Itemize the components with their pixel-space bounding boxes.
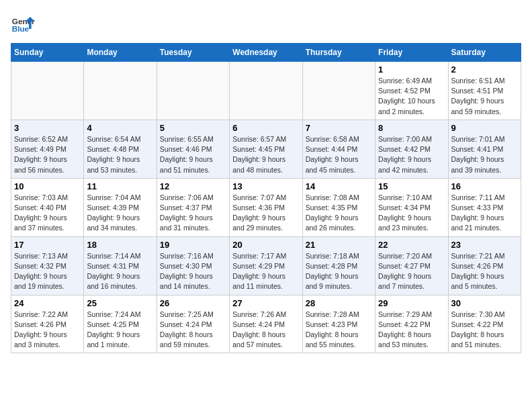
calendar-day-cell: 28Sunrise: 7:28 AMSunset: 4:23 PMDayligh… <box>302 295 375 353</box>
day-number: 24 <box>14 298 81 308</box>
calendar-day-cell: 3Sunrise: 6:52 AMSunset: 4:49 PMDaylight… <box>11 120 84 178</box>
day-info: Sunrise: 6:58 AMSunset: 4:44 PMDaylight:… <box>306 134 372 175</box>
day-info: Sunrise: 7:08 AMSunset: 4:35 PMDaylight:… <box>306 193 372 234</box>
day-number: 25 <box>87 298 153 308</box>
calendar-day-cell: 21Sunrise: 7:18 AMSunset: 4:28 PMDayligh… <box>302 236 375 295</box>
day-number: 4 <box>87 123 153 133</box>
calendar-day-header: Wednesday <box>230 44 302 62</box>
calendar-day-cell: 11Sunrise: 7:04 AMSunset: 4:39 PMDayligh… <box>84 178 157 236</box>
day-number: 12 <box>160 181 226 191</box>
day-info: Sunrise: 6:49 AMSunset: 4:52 PMDaylight:… <box>378 76 445 117</box>
calendar-day-cell <box>84 62 157 120</box>
calendar-day-cell: 9Sunrise: 7:01 AMSunset: 4:41 PMDaylight… <box>448 120 521 178</box>
calendar-day-cell: 27Sunrise: 7:26 AMSunset: 4:24 PMDayligh… <box>230 295 302 353</box>
day-number: 21 <box>306 240 372 250</box>
day-info: Sunrise: 7:21 AMSunset: 4:26 PMDaylight:… <box>451 251 518 292</box>
calendar-day-cell <box>230 62 302 120</box>
day-info: Sunrise: 7:11 AMSunset: 4:33 PMDaylight:… <box>451 193 518 234</box>
day-number: 19 <box>160 240 226 250</box>
day-info: Sunrise: 6:52 AMSunset: 4:49 PMDaylight:… <box>14 134 81 175</box>
calendar-table: SundayMondayTuesdayWednesdayThursdayFrid… <box>11 43 521 353</box>
day-number: 6 <box>232 123 299 133</box>
calendar-day-cell <box>157 62 229 120</box>
day-number: 10 <box>14 181 81 191</box>
calendar-day-cell: 6Sunrise: 6:57 AMSunset: 4:45 PMDaylight… <box>230 120 302 178</box>
day-info: Sunrise: 7:26 AMSunset: 4:24 PMDaylight:… <box>232 310 299 351</box>
day-info: Sunrise: 7:06 AMSunset: 4:37 PMDaylight:… <box>160 193 226 234</box>
calendar-day-cell: 25Sunrise: 7:24 AMSunset: 4:25 PMDayligh… <box>84 295 157 353</box>
day-info: Sunrise: 7:30 AMSunset: 4:22 PMDaylight:… <box>451 310 518 351</box>
day-info: Sunrise: 6:55 AMSunset: 4:46 PMDaylight:… <box>160 134 226 175</box>
calendar-header-row: SundayMondayTuesdayWednesdayThursdayFrid… <box>11 44 521 62</box>
day-number: 3 <box>14 123 81 133</box>
day-info: Sunrise: 7:28 AMSunset: 4:23 PMDaylight:… <box>306 310 372 351</box>
calendar-day-cell <box>11 62 84 120</box>
day-info: Sunrise: 7:24 AMSunset: 4:25 PMDaylight:… <box>87 310 153 351</box>
logo: General Blue <box>11 11 35 35</box>
calendar-week-row: 3Sunrise: 6:52 AMSunset: 4:49 PMDaylight… <box>11 120 521 178</box>
calendar-day-header: Tuesday <box>157 44 229 62</box>
day-info: Sunrise: 7:03 AMSunset: 4:40 PMDaylight:… <box>14 193 81 234</box>
day-info: Sunrise: 6:57 AMSunset: 4:45 PMDaylight:… <box>232 134 299 175</box>
calendar-week-row: 24Sunrise: 7:22 AMSunset: 4:26 PMDayligh… <box>11 295 521 353</box>
calendar-day-cell: 2Sunrise: 6:51 AMSunset: 4:51 PMDaylight… <box>448 62 521 120</box>
day-info: Sunrise: 7:18 AMSunset: 4:28 PMDaylight:… <box>306 251 372 292</box>
calendar-day-cell: 1Sunrise: 6:49 AMSunset: 4:52 PMDaylight… <box>375 62 448 120</box>
day-number: 20 <box>232 240 299 250</box>
day-info: Sunrise: 7:00 AMSunset: 4:42 PMDaylight:… <box>378 134 445 175</box>
day-info: Sunrise: 7:10 AMSunset: 4:34 PMDaylight:… <box>378 193 445 234</box>
day-info: Sunrise: 7:01 AMSunset: 4:41 PMDaylight:… <box>451 134 518 175</box>
calendar-day-cell: 5Sunrise: 6:55 AMSunset: 4:46 PMDaylight… <box>157 120 229 178</box>
calendar-day-header: Monday <box>84 44 157 62</box>
calendar-day-header: Friday <box>375 44 448 62</box>
day-info: Sunrise: 7:14 AMSunset: 4:31 PMDaylight:… <box>87 251 153 292</box>
day-number: 23 <box>451 240 518 250</box>
day-info: Sunrise: 6:54 AMSunset: 4:48 PMDaylight:… <box>87 134 153 175</box>
day-info: Sunrise: 7:04 AMSunset: 4:39 PMDaylight:… <box>87 193 153 234</box>
page-header: General Blue <box>11 11 521 35</box>
day-number: 2 <box>451 64 518 75</box>
calendar-day-cell: 12Sunrise: 7:06 AMSunset: 4:37 PMDayligh… <box>157 178 229 236</box>
day-number: 28 <box>306 298 372 308</box>
calendar-day-cell: 13Sunrise: 7:07 AMSunset: 4:36 PMDayligh… <box>230 178 302 236</box>
calendar-day-cell: 18Sunrise: 7:14 AMSunset: 4:31 PMDayligh… <box>84 236 157 295</box>
calendar-day-cell: 22Sunrise: 7:20 AMSunset: 4:27 PMDayligh… <box>375 236 448 295</box>
day-number: 11 <box>87 181 153 191</box>
calendar-day-header: Thursday <box>302 44 375 62</box>
day-number: 26 <box>160 298 226 308</box>
calendar-day-cell: 10Sunrise: 7:03 AMSunset: 4:40 PMDayligh… <box>11 178 84 236</box>
calendar-day-header: Sunday <box>11 44 84 62</box>
day-number: 9 <box>451 123 518 133</box>
day-number: 8 <box>378 123 445 133</box>
day-info: Sunrise: 6:51 AMSunset: 4:51 PMDaylight:… <box>451 76 518 117</box>
calendar-day-cell: 8Sunrise: 7:00 AMSunset: 4:42 PMDaylight… <box>375 120 448 178</box>
day-info: Sunrise: 7:13 AMSunset: 4:32 PMDaylight:… <box>14 251 81 292</box>
day-info: Sunrise: 7:07 AMSunset: 4:36 PMDaylight:… <box>232 193 299 234</box>
calendar-day-cell: 19Sunrise: 7:16 AMSunset: 4:30 PMDayligh… <box>157 236 229 295</box>
logo-icon: General Blue <box>11 11 35 35</box>
day-number: 29 <box>378 298 445 308</box>
calendar-day-cell: 16Sunrise: 7:11 AMSunset: 4:33 PMDayligh… <box>448 178 521 236</box>
calendar-day-cell <box>302 62 375 120</box>
calendar-day-cell: 24Sunrise: 7:22 AMSunset: 4:26 PMDayligh… <box>11 295 84 353</box>
day-number: 18 <box>87 240 153 250</box>
calendar-day-cell: 7Sunrise: 6:58 AMSunset: 4:44 PMDaylight… <box>302 120 375 178</box>
calendar-day-cell: 30Sunrise: 7:30 AMSunset: 4:22 PMDayligh… <box>448 295 521 353</box>
day-number: 22 <box>378 240 445 250</box>
calendar-day-cell: 23Sunrise: 7:21 AMSunset: 4:26 PMDayligh… <box>448 236 521 295</box>
calendar-week-row: 1Sunrise: 6:49 AMSunset: 4:52 PMDaylight… <box>11 62 521 120</box>
calendar-week-row: 17Sunrise: 7:13 AMSunset: 4:32 PMDayligh… <box>11 236 521 295</box>
day-number: 15 <box>378 181 445 191</box>
day-info: Sunrise: 7:25 AMSunset: 4:24 PMDaylight:… <box>160 310 226 351</box>
day-info: Sunrise: 7:17 AMSunset: 4:29 PMDaylight:… <box>232 251 299 292</box>
day-number: 7 <box>306 123 372 133</box>
day-number: 16 <box>451 181 518 191</box>
calendar-day-cell: 26Sunrise: 7:25 AMSunset: 4:24 PMDayligh… <box>157 295 229 353</box>
calendar-day-cell: 14Sunrise: 7:08 AMSunset: 4:35 PMDayligh… <box>302 178 375 236</box>
calendar-day-cell: 20Sunrise: 7:17 AMSunset: 4:29 PMDayligh… <box>230 236 302 295</box>
day-info: Sunrise: 7:16 AMSunset: 4:30 PMDaylight:… <box>160 251 226 292</box>
day-info: Sunrise: 7:22 AMSunset: 4:26 PMDaylight:… <box>14 310 81 351</box>
day-number: 5 <box>160 123 226 133</box>
calendar-day-header: Saturday <box>448 44 521 62</box>
day-number: 30 <box>451 298 518 308</box>
